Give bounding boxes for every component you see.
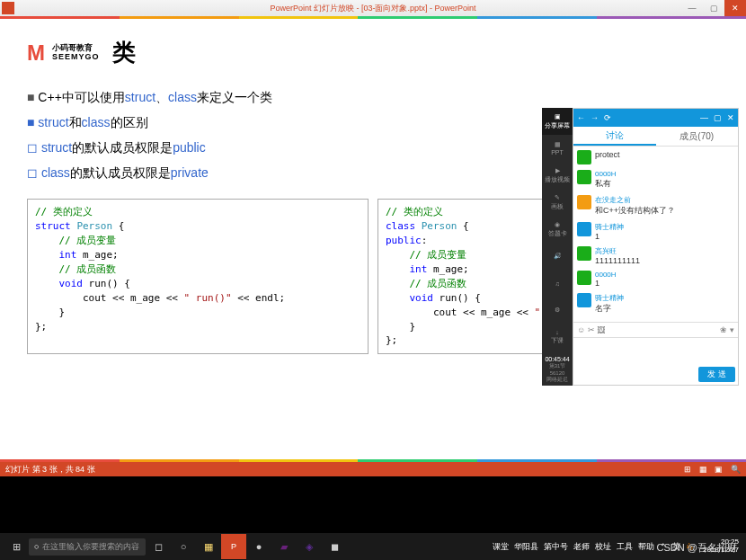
view-normal-icon[interactable]: ⊞ xyxy=(684,465,691,474)
chat-username: 骑士精神 xyxy=(595,293,624,303)
app-icon[interactable]: ◼ xyxy=(322,534,347,559)
tray-label-1[interactable]: 课堂 xyxy=(493,541,509,553)
sidebar-music[interactable]: ♫ xyxy=(542,270,573,297)
chat-text: 1111111111 xyxy=(595,256,640,265)
vs-icon[interactable]: ◈ xyxy=(297,534,322,559)
avatar xyxy=(577,222,591,236)
windows-taskbar: ⊞ ○ 在这里输入你要搜索的内容 ◻ ○ ▦ P ● ▰ ◈ ◼ 课堂 华阳县 … xyxy=(0,533,746,560)
avatar xyxy=(577,195,591,209)
tab-discussion[interactable]: 讨论 xyxy=(573,127,656,146)
tab-members[interactable]: 成员(70) xyxy=(656,127,739,146)
image-icon[interactable]: 🖼 xyxy=(597,325,605,334)
powerpoint-statusbar: 幻灯片 第 3 张，共 84 张 ⊞ ▦ ▣ 🔍 xyxy=(0,462,746,476)
cortana-mic-icon[interactable]: ○ xyxy=(171,534,196,559)
powerpoint-icon xyxy=(2,2,14,14)
powerpoint-taskbar-icon[interactable]: P xyxy=(221,534,246,559)
chat-panel: ← → ⟳ — ▢ ✕ 讨论 成员(70) protect0000H私有在没走之… xyxy=(573,108,739,386)
chat-input[interactable] xyxy=(573,337,738,364)
tray-label-4[interactable]: 老师 xyxy=(573,541,590,553)
chat-panel-wrapper: ▣分享屏幕 ▦PPT ▶播放视频 ✎画板 ◉答题卡 🔊 ♫ ⚙ ↓下课 00:4… xyxy=(542,108,739,386)
chat-message: 高兴旺1111111111 xyxy=(577,246,734,265)
chat-message: 在没走之前和C++没有结构体了？ xyxy=(577,195,734,217)
screenshot-icon[interactable]: ✂ xyxy=(588,325,595,334)
chat-toolbar: ☺ ✂ 🖼 ❀ ▾ xyxy=(573,322,738,337)
slide-title: 类 xyxy=(112,37,136,68)
chat-username: 高兴旺 xyxy=(595,246,640,256)
chat-message: 0000H私有 xyxy=(577,170,734,190)
chat-username: 0000H xyxy=(595,271,617,279)
chat-text: 和C++没有结构体了？ xyxy=(595,205,675,217)
nav-refresh-icon[interactable]: ⟳ xyxy=(604,113,611,122)
logo-en: SEEMYGO xyxy=(52,53,100,62)
logo-mark: M xyxy=(27,40,45,66)
chat-tabs: 讨论 成员(70) xyxy=(573,127,738,147)
view-sorter-icon[interactable]: ▦ xyxy=(699,465,707,474)
nav-back-icon[interactable]: ← xyxy=(577,113,585,122)
chat-text: 名字 xyxy=(595,303,624,315)
explorer-icon[interactable]: ▦ xyxy=(196,534,221,559)
chat-messages: protect0000H私有在没走之前和C++没有结构体了？骑士精神1高兴旺11… xyxy=(573,147,738,322)
zoom-icon[interactable]: 🔍 xyxy=(731,465,741,474)
tray-label-6[interactable]: 工具 xyxy=(617,541,633,553)
flower-icon[interactable]: ❀ ▾ xyxy=(720,325,734,334)
bullet-1: C++中可以使用struct、class来定义一个类 xyxy=(27,84,719,110)
avatar xyxy=(577,170,591,184)
chat-text: 1 xyxy=(595,279,617,288)
chat-message: 0000H1 xyxy=(577,271,734,288)
tray-label-2[interactable]: 华阳县 xyxy=(514,541,538,553)
cortana-icon: ○ xyxy=(34,542,39,551)
close-button[interactable]: ✕ xyxy=(724,0,746,16)
chat-username: 在没走之前 xyxy=(595,195,675,205)
logo-text: 小码哥教育 SEEMYGO xyxy=(52,44,100,62)
sidebar-audio[interactable]: 🔊 xyxy=(542,243,573,270)
statusbar-right: ⊞ ▦ ▣ 🔍 xyxy=(679,465,741,474)
chat-username: 0000H xyxy=(595,170,617,178)
sidebar-settings[interactable]: ⚙ xyxy=(542,297,573,324)
sidebar-answer[interactable]: ◉答题卡 xyxy=(542,216,573,243)
chat-sidebar: ▣分享屏幕 ▦PPT ▶播放视频 ✎画板 ◉答题卡 🔊 ♫ ⚙ ↓下课 00:4… xyxy=(542,108,573,386)
avatar xyxy=(577,293,591,307)
class-timer: 00:45:44 第31节 56120 网络延迟 xyxy=(542,354,573,386)
avatar xyxy=(577,150,591,164)
window-title: PowerPoint 幻灯片放映 - [03-面向对象.pptx] - Powe… xyxy=(270,3,475,14)
chat-text: protect xyxy=(595,150,620,159)
taskbar-search[interactable]: ○ 在这里输入你要搜索的内容 xyxy=(29,538,146,556)
search-placeholder: 在这里输入你要搜索的内容 xyxy=(42,541,139,553)
chat-text: 私有 xyxy=(595,178,617,190)
csdn-watermark: CSDN @吾名招财 xyxy=(657,541,737,555)
code-struct: // 类的定义 struct Person { // 成员变量 int m_ag… xyxy=(27,199,369,354)
minimize-button[interactable]: — xyxy=(681,0,703,16)
nav-forward-icon[interactable]: → xyxy=(591,113,599,122)
sidebar-endclass[interactable]: ↓下课 xyxy=(542,324,573,351)
chat-max-icon[interactable]: ▢ xyxy=(714,113,722,122)
start-button[interactable]: ⊞ xyxy=(4,534,29,559)
chrome-icon[interactable]: ● xyxy=(246,534,271,559)
chat-username: 骑士精神 xyxy=(595,222,624,232)
sidebar-whiteboard[interactable]: ✎画板 xyxy=(542,189,573,216)
avatar xyxy=(577,271,591,285)
chat-text: 1 xyxy=(595,232,624,241)
maximize-button[interactable]: ▢ xyxy=(703,0,724,16)
slide-counter: 幻灯片 第 3 张，共 84 张 xyxy=(5,464,95,476)
chat-header: ← → ⟳ — ▢ ✕ xyxy=(573,109,738,127)
chat-message: 骑士精神1 xyxy=(577,222,734,241)
avatar xyxy=(577,246,591,261)
send-button[interactable]: 发 送 xyxy=(698,367,735,382)
chat-min-icon[interactable]: — xyxy=(700,113,708,122)
window-titlebar: PowerPoint 幻灯片放映 - [03-面向对象.pptx] - Powe… xyxy=(0,0,746,16)
chat-close-icon[interactable]: ✕ xyxy=(727,113,734,122)
vscode-icon[interactable]: ▰ xyxy=(271,534,297,559)
sidebar-ppt[interactable]: ▦PPT xyxy=(542,135,573,162)
sidebar-share-screen[interactable]: ▣分享屏幕 xyxy=(542,108,573,135)
emoji-icon[interactable]: ☺ xyxy=(577,325,585,334)
sidebar-play-video[interactable]: ▶播放视频 xyxy=(542,162,573,189)
logo-row: M 小码哥教育 SEEMYGO 类 xyxy=(27,37,719,68)
view-reading-icon[interactable]: ▣ xyxy=(715,465,723,474)
chat-message: 骑士精神名字 xyxy=(577,293,734,315)
taskview-icon[interactable]: ◻ xyxy=(146,534,171,559)
chat-message: protect xyxy=(577,150,734,164)
tray-label-5[interactable]: 校址 xyxy=(595,541,611,553)
tray-label-7[interactable]: 帮助 xyxy=(638,541,654,553)
tray-label-3[interactable]: 第中号 xyxy=(544,541,568,553)
chat-send-row: 发 送 xyxy=(573,364,738,385)
